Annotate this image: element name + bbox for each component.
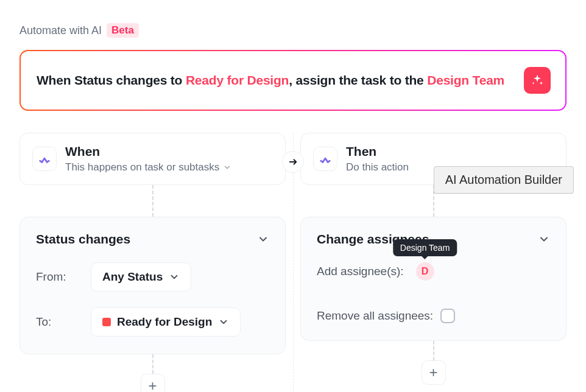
chevron-down-icon xyxy=(169,271,180,282)
connector-line xyxy=(152,185,154,217)
status-color-swatch xyxy=(102,318,111,326)
chevron-down-icon xyxy=(538,233,550,245)
trigger-condition-label: Status changes xyxy=(36,232,130,247)
ai-generate-button[interactable] xyxy=(524,67,551,94)
trigger-title: When xyxy=(65,144,273,159)
prompt-highlight: Design Team xyxy=(427,73,504,87)
action-config-card: Change assignees Add assignee(s): Design… xyxy=(300,217,567,341)
from-status-select[interactable]: Any Status xyxy=(91,262,191,292)
clickup-logo-icon xyxy=(32,147,57,171)
action-title: Then xyxy=(346,144,554,159)
chevron-down-icon xyxy=(218,317,229,327)
assignee-initial: D xyxy=(422,266,429,277)
plus-icon: + xyxy=(429,365,437,380)
add-action-button[interactable]: + xyxy=(422,360,446,385)
to-status-select[interactable]: Ready for Design xyxy=(91,307,241,337)
ai-prompt-box: When Status changes to Ready for Design,… xyxy=(19,50,567,111)
chevron-down-icon xyxy=(257,233,269,245)
clickup-logo-icon xyxy=(313,147,337,171)
sparkle-icon xyxy=(531,74,544,87)
trigger-config-card: Status changes From: Any Status To: Read… xyxy=(19,217,286,354)
trigger-column: When This happens on task or subtasks St… xyxy=(19,133,286,392)
prompt-highlight: Ready for Design xyxy=(186,73,289,87)
chevron-down-icon[interactable] xyxy=(223,163,231,172)
connector-line xyxy=(433,341,434,360)
remove-assignees-label: Remove all assignees: xyxy=(317,309,433,323)
arrow-right-icon xyxy=(288,156,298,167)
add-trigger-button[interactable]: + xyxy=(141,374,165,392)
assignee-chip[interactable]: Design Team D xyxy=(416,262,434,281)
flow-arrow xyxy=(282,151,304,173)
connector-line xyxy=(152,354,154,374)
prompt-segment: , assign the task to the xyxy=(289,73,427,87)
trigger-subtitle: This happens on task or subtasks xyxy=(65,161,219,173)
remove-assignees-checkbox[interactable] xyxy=(440,309,455,323)
to-label: To: xyxy=(36,315,79,329)
page-title: Automate with AI xyxy=(19,24,102,37)
action-subtitle: Do this action xyxy=(346,161,409,173)
ai-automation-builder-tooltip: AI Automation Builder xyxy=(434,166,574,194)
trigger-condition-select[interactable]: Status changes xyxy=(36,232,269,247)
prompt-segment: When Status changes to xyxy=(37,73,186,87)
trigger-header-card[interactable]: When This happens on task or subtasks xyxy=(19,133,286,185)
from-label: From: xyxy=(36,270,79,284)
add-assignee-label: Add assignee(s): xyxy=(317,265,404,278)
from-status-value: Any Status xyxy=(102,270,163,284)
to-status-value: Ready for Design xyxy=(117,315,212,329)
ai-prompt-text: When Status changes to Ready for Design,… xyxy=(37,72,504,89)
plus-icon: + xyxy=(148,379,157,392)
beta-badge: Beta xyxy=(107,23,139,38)
assignee-tooltip: Design Team xyxy=(393,239,457,256)
